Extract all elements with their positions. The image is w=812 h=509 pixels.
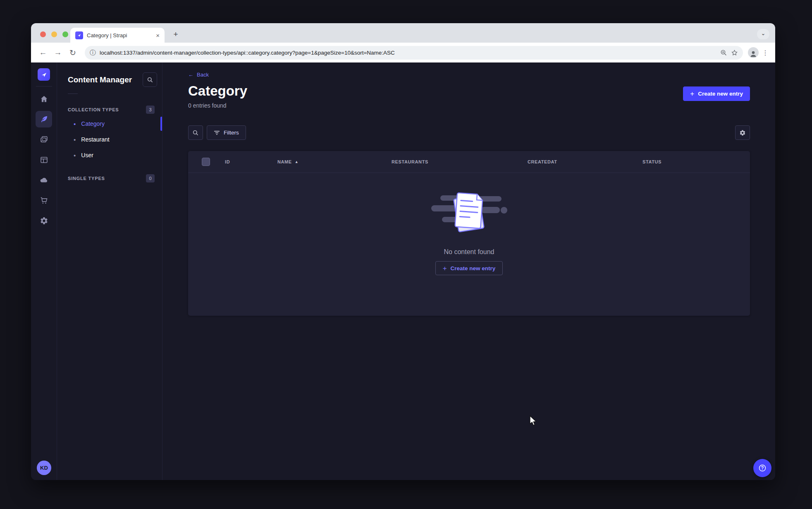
- browser-toolbar: ← → ↻ ⓘ localhost:1337/admin/content-man…: [31, 43, 775, 62]
- bullet-icon: •: [74, 121, 76, 127]
- browser-window: Category | Strapi × + ⌄ ← → ↻ ⓘ localhos…: [31, 23, 775, 480]
- bookmark-star-icon[interactable]: [731, 49, 738, 56]
- entries-count: 0 entries found: [188, 102, 247, 109]
- column-header-restaurants[interactable]: RESTAURANTS: [392, 159, 528, 164]
- back-nav-icon[interactable]: ←: [37, 46, 49, 59]
- back-arrow-icon: ←: [188, 72, 193, 78]
- content-manager-subnav: Content Manager COLLECTION TYPES 3 • Cat…: [57, 62, 162, 480]
- collection-types-count-badge: 3: [146, 106, 155, 114]
- strapi-app: KD Content Manager COLLECTION TYPES 3: [31, 62, 775, 480]
- home-icon[interactable]: [36, 91, 52, 107]
- subnav-item-restaurant[interactable]: • Restaurant: [57, 132, 162, 147]
- media-library-icon[interactable]: [36, 131, 52, 148]
- table-search-button[interactable]: [188, 125, 203, 140]
- browser-tabstrip: Category | Strapi × + ⌄: [31, 23, 775, 43]
- url-text[interactable]: localhost:1337/admin/content-manager/col…: [100, 50, 716, 56]
- view-settings-button[interactable]: [735, 125, 750, 140]
- question-mark-icon: [758, 463, 767, 473]
- empty-state: No content found + Create new entry: [188, 173, 750, 316]
- browser-profile-icon[interactable]: [748, 47, 759, 58]
- main-navigation-rail: KD: [31, 62, 57, 480]
- tab-close-icon[interactable]: ×: [156, 32, 160, 39]
- tab-search-chevron-icon[interactable]: ⌄: [757, 29, 769, 39]
- filter-lines-icon: [214, 130, 220, 135]
- subnav-divider: [68, 94, 78, 94]
- column-header-name[interactable]: NAME ▲: [277, 159, 392, 164]
- new-tab-button[interactable]: +: [171, 29, 181, 39]
- marketplace-cart-icon[interactable]: [36, 192, 52, 209]
- entries-table: ID NAME ▲ RESTAURANTS CREATEDAT STATUS: [188, 151, 750, 316]
- bullet-icon: •: [74, 152, 76, 158]
- back-link[interactable]: ← Back: [188, 72, 209, 78]
- active-indicator: [160, 117, 162, 131]
- subnav-search-button[interactable]: [143, 72, 157, 87]
- select-all-checkbox[interactable]: [202, 158, 210, 166]
- bullet-icon: •: [74, 137, 76, 143]
- page-title: Category: [188, 84, 247, 98]
- content-manager-icon[interactable]: [36, 111, 52, 127]
- empty-message: No content found: [444, 248, 494, 256]
- reload-icon[interactable]: ↻: [67, 46, 79, 59]
- no-content-illustration: [429, 188, 510, 238]
- strapi-logo[interactable]: [38, 68, 50, 81]
- mouse-cursor: [528, 415, 538, 427]
- collection-types-label: COLLECTION TYPES: [68, 107, 119, 112]
- deploy-cloud-icon[interactable]: [36, 172, 52, 188]
- subnav-title: Content Manager: [68, 75, 132, 84]
- minimize-window-button[interactable]: [51, 31, 57, 37]
- close-window-button[interactable]: [40, 31, 46, 37]
- subnav-item-user[interactable]: • User: [57, 148, 162, 163]
- sort-ascending-icon: ▲: [295, 160, 299, 164]
- single-types-label: SINGLE TYPES: [68, 176, 105, 181]
- rail-divider: [36, 86, 52, 86]
- single-types-count-badge: 0: [146, 174, 155, 182]
- column-header-id[interactable]: ID: [225, 159, 277, 164]
- browser-tab[interactable]: Category | Strapi ×: [70, 28, 165, 43]
- zoom-window-button[interactable]: [62, 31, 68, 37]
- tab-title: Category | Strapi: [87, 32, 152, 38]
- address-bar[interactable]: ⓘ localhost:1337/admin/content-manager/c…: [85, 46, 743, 60]
- zoom-page-icon[interactable]: [720, 49, 727, 56]
- plus-icon: +: [690, 90, 694, 97]
- window-controls: [40, 31, 68, 37]
- page-info-icon[interactable]: ⓘ: [90, 49, 96, 57]
- empty-create-entry-button[interactable]: + Create new entry: [435, 261, 503, 275]
- forward-nav-icon[interactable]: →: [52, 46, 64, 59]
- subnav-item-category[interactable]: • Category: [57, 116, 162, 131]
- help-button[interactable]: [753, 459, 771, 477]
- main-content: ← Back Category 0 entries found + Create…: [162, 62, 775, 480]
- plus-icon: +: [443, 265, 447, 272]
- content-type-builder-icon[interactable]: [36, 151, 52, 168]
- user-avatar[interactable]: KD: [37, 461, 51, 475]
- strapi-favicon: [75, 31, 83, 39]
- column-header-status[interactable]: STATUS: [642, 159, 750, 164]
- filters-button[interactable]: Filters: [207, 125, 246, 140]
- browser-menu-icon[interactable]: ⋮: [761, 49, 769, 57]
- table-header-row: ID NAME ▲ RESTAURANTS CREATEDAT STATUS: [188, 151, 750, 173]
- settings-gear-icon[interactable]: [36, 212, 52, 229]
- desktop: Category | Strapi × + ⌄ ← → ↻ ⓘ localhos…: [0, 0, 812, 509]
- create-entry-button[interactable]: + Create new entry: [683, 86, 750, 101]
- column-header-createdat[interactable]: CREATEDAT: [528, 159, 642, 164]
